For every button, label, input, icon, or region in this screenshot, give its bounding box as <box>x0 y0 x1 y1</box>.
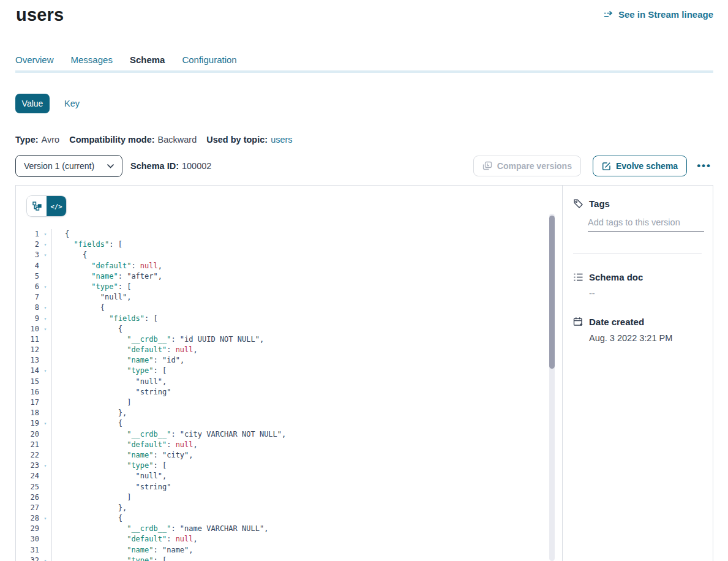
tree-diagram-icon <box>32 201 42 211</box>
line-number: 3 <box>16 250 39 260</box>
code-line: 27 }, <box>16 503 562 513</box>
fold-spacer <box>39 492 51 503</box>
tab-messages[interactable]: Messages <box>71 55 113 70</box>
code-line: 3▾ { <box>16 250 562 260</box>
fold-spacer <box>39 524 51 534</box>
fold-toggle-icon[interactable]: ▾ <box>39 239 51 250</box>
code-view-icon: </> <box>51 203 62 210</box>
fold-spacer <box>39 355 51 366</box>
fold-toggle-icon[interactable]: ▾ <box>39 324 51 334</box>
schema-panel: </> 1▾{2▾ "fields": [3▾ {4 "default": nu… <box>15 185 713 561</box>
code-line: 23▾ "type": [ <box>16 461 562 471</box>
line-number: 2 <box>16 239 39 250</box>
evolve-schema-button[interactable]: Evolve schema <box>593 156 687 176</box>
key-toggle-button[interactable]: Key <box>64 99 80 108</box>
version-select[interactable]: Version 1 (current) <box>15 155 122 177</box>
more-actions-button[interactable]: ••• <box>694 160 714 172</box>
tab-configuration[interactable]: Configuration <box>182 55 236 70</box>
fold-spacer <box>39 440 51 450</box>
schema-meta: Type: Avro Compatibility mode: Backward … <box>15 135 293 145</box>
fold-toggle-icon[interactable]: ▾ <box>39 366 51 376</box>
code-line: 12 "default": null, <box>16 345 562 355</box>
schema-id: Schema ID: 100002 <box>130 161 211 171</box>
compare-versions-button[interactable]: Compare versions <box>473 156 581 176</box>
line-number: 21 <box>16 440 39 450</box>
code-text: "default": null, <box>51 534 562 544</box>
line-number: 20 <box>16 429 39 440</box>
editor-scrollbar[interactable] <box>549 214 555 561</box>
fold-toggle-icon[interactable]: ▾ <box>39 314 51 324</box>
stream-lineage-label: See in Stream lineage <box>618 9 713 20</box>
line-number: 10 <box>16 324 39 334</box>
line-number: 12 <box>16 345 39 355</box>
fold-toggle-icon[interactable]: ▾ <box>39 250 51 260</box>
version-select-value: Version 1 (current) <box>24 161 94 171</box>
code-line: 26 ] <box>16 492 562 503</box>
line-number: 18 <box>16 408 39 418</box>
line-number: 17 <box>16 397 39 408</box>
line-number: 31 <box>16 545 39 555</box>
code-line: 29 "__crdb__": "name VARCHAR NULL", <box>16 524 562 534</box>
fold-toggle-icon[interactable]: ▾ <box>39 303 51 313</box>
line-number: 14 <box>16 366 39 376</box>
tree-view-button[interactable] <box>27 196 47 216</box>
line-number: 9 <box>16 314 39 324</box>
schema-id-label: Schema ID: <box>130 161 179 171</box>
code-line: 24 "null", <box>16 471 562 481</box>
code-text: "name": "city", <box>51 450 562 461</box>
fold-spacer <box>39 482 51 492</box>
schema-doc-section: Schema doc -- <box>573 272 702 298</box>
code-text: }, <box>51 503 562 513</box>
code-line: 10▾ { <box>16 324 562 334</box>
line-number: 28 <box>16 513 39 524</box>
fold-toggle-icon[interactable]: ▾ <box>39 555 51 561</box>
code-text: "fields": [ <box>51 314 562 324</box>
code-text: "fields": [ <box>51 239 562 250</box>
code-text: ] <box>51 492 562 503</box>
compatibility-value: Backward <box>158 135 197 145</box>
code-text: "type": [ <box>51 282 562 292</box>
schema-doc-heading: Schema doc <box>589 272 643 282</box>
fold-spacer <box>39 397 51 408</box>
add-tags-input[interactable] <box>588 217 704 232</box>
compare-versions-label: Compare versions <box>497 161 572 171</box>
editor-view-toggle: </> <box>27 196 66 216</box>
code-text: "null", <box>51 377 562 387</box>
code-line: 21 "default": null, <box>16 440 562 450</box>
calendar-plus-icon <box>573 317 584 327</box>
line-number: 24 <box>16 471 39 481</box>
line-number: 26 <box>16 492 39 503</box>
code-line: 31 "name": "name", <box>16 545 562 555</box>
version-actions: Compare versions Evolve schema ••• <box>473 156 714 176</box>
code-text: "string" <box>51 387 562 397</box>
code-line: 15 "null", <box>16 377 562 387</box>
code-editor: </> 1▾{2▾ "fields": [3▾ {4 "default": nu… <box>16 186 562 561</box>
code-text: "default": null, <box>51 440 562 450</box>
code-text: "type": [ <box>51 366 562 376</box>
code-line: 17 ] <box>16 397 562 408</box>
tab-schema[interactable]: Schema <box>130 55 165 70</box>
stream-lineage-link[interactable]: See in Stream lineage <box>604 9 713 20</box>
line-number: 30 <box>16 534 39 544</box>
tab-overview[interactable]: Overview <box>15 55 54 70</box>
line-number: 13 <box>16 355 39 366</box>
code-line: 4 "default": null, <box>16 261 562 271</box>
value-toggle-button[interactable]: Value <box>15 94 50 113</box>
fold-toggle-icon[interactable]: ▾ <box>39 282 51 292</box>
fold-spacer <box>39 450 51 461</box>
topic-link-users[interactable]: users <box>271 135 292 145</box>
code-view-button[interactable]: </> <box>47 196 66 216</box>
code-line: 30 "default": null, <box>16 534 562 544</box>
line-number: 32 <box>16 555 39 561</box>
line-number: 22 <box>16 450 39 461</box>
fold-toggle-icon[interactable]: ▾ <box>39 461 51 471</box>
fold-toggle-icon[interactable]: ▾ <box>39 418 51 429</box>
editor-scrollbar-thumb[interactable] <box>549 216 555 369</box>
evolve-schema-label: Evolve schema <box>616 161 678 171</box>
page-title: users <box>16 5 64 25</box>
fold-toggle-icon[interactable]: ▾ <box>39 229 51 239</box>
line-number: 23 <box>16 461 39 471</box>
fold-toggle-icon[interactable]: ▾ <box>39 513 51 524</box>
code-line: 9▾ "fields": [ <box>16 314 562 324</box>
code-text: "__crdb__": "name VARCHAR NULL", <box>51 524 562 534</box>
